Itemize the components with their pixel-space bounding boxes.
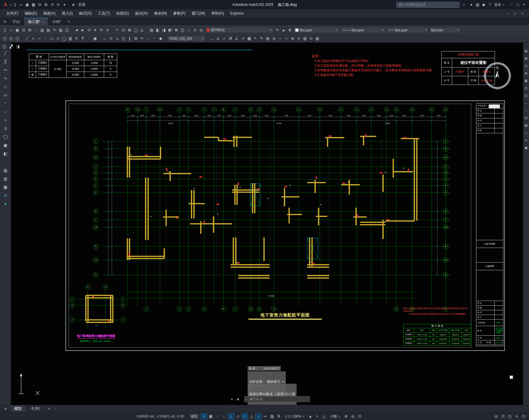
menu-item-10[interactable]: 窗口(W) [189, 9, 208, 18]
preview-icon[interactable]: ⊞ [27, 27, 33, 33]
zoom-window-icon[interactable]: ⊡ [120, 27, 126, 33]
tab-model[interactable]: 模型 [11, 405, 25, 412]
menu-item-5[interactable]: 工具(T) [95, 9, 113, 18]
new-layout-icon[interactable]: + [46, 406, 52, 412]
clean-screen-icon[interactable]: ◳ [507, 413, 513, 419]
style-icon[interactable]: ✎ [258, 35, 265, 42]
match-layer-icon[interactable]: ✎ [274, 27, 280, 33]
undo-ribbon-icon[interactable]: ↺ [86, 27, 92, 33]
lightbulb-icon[interactable]: ◎ [198, 27, 204, 33]
text-tool-icon[interactable]: A [2, 192, 9, 199]
text-icon[interactable]: A [73, 35, 80, 42]
open-file-icon[interactable]: ▱ [18, 2, 24, 8]
rectangle-tool-icon[interactable]: ▭ [2, 91, 9, 98]
undo-caret-icon[interactable]: ▾ [92, 27, 98, 33]
ellipse-tool-icon[interactable]: ◯ [2, 133, 9, 140]
batch-plot-icon[interactable]: ⊞ [43, 2, 49, 8]
id-point-icon[interactable]: ⊕ [289, 35, 296, 42]
table-icon[interactable]: ▦ [246, 35, 252, 42]
block-editor-icon[interactable]: ◫ [64, 27, 70, 33]
menu-item-2[interactable]: 视图(V) [40, 9, 59, 18]
linetype-combo[interactable]: ——— ByLayer ▾ [340, 27, 386, 33]
revcloud-tool-icon[interactable]: ≈ [2, 117, 9, 123]
arc-tool-icon[interactable]: ◜ [2, 100, 9, 107]
command-kbd-icon[interactable]: ▸ [246, 398, 247, 401]
redo-icon[interactable]: ↻ [55, 2, 61, 8]
extend-icon[interactable]: → [145, 35, 151, 42]
isodraft-icon[interactable]: ◇ [235, 413, 241, 419]
layer-walk-icon[interactable]: ◫ [179, 27, 186, 33]
layers-icon[interactable]: ▤ [265, 35, 271, 42]
paste-icon[interactable]: ▤ [45, 27, 51, 33]
copy-icon[interactable]: ▥ [39, 27, 45, 33]
view-br-icon[interactable]: ◳ [523, 93, 529, 98]
measure-tool-icon[interactable]: ≈ [283, 35, 289, 42]
hatch-panel-icon[interactable]: ▧ [523, 123, 529, 128]
pan-icon[interactable]: + [114, 27, 120, 33]
share-button[interactable]: ► 共享 [71, 2, 86, 8]
layer-state-mini-icon[interactable]: ▞ [8, 43, 14, 50]
drawing-area[interactable]: 029001/02600140001/157002260034600429005… [0, 43, 529, 405]
undo-icon[interactable]: ↺ [49, 2, 55, 8]
dim-diameter-icon[interactable]: Ø [227, 35, 234, 42]
circle-tool-icon[interactable]: ○ [2, 108, 9, 115]
menu-item-12[interactable]: Express [227, 9, 247, 18]
graphics-performance-icon[interactable]: ⊡ [500, 413, 506, 419]
leader-icon[interactable]: ↗ [240, 35, 246, 42]
save-ribbon-icon[interactable]: ▣ [14, 27, 20, 33]
move-icon[interactable]: ↔ [102, 35, 108, 42]
sun-icon[interactable]: ☼ [186, 27, 192, 33]
customize-command-icon[interactable]: ⊛ [235, 396, 241, 402]
layout-menu-icon[interactable]: ≡ [2, 406, 9, 412]
ortho-icon[interactable]: ∟ [221, 413, 227, 419]
layer-off-icon[interactable]: ◧ [155, 27, 161, 33]
search-icon[interactable]: ○ [461, 2, 467, 8]
explode-icon[interactable]: ◆ [157, 35, 164, 42]
transparency-icon[interactable]: ▨ [269, 413, 275, 419]
otrack-icon[interactable]: △ [249, 413, 255, 419]
snap-icon[interactable]: ▦ [208, 413, 214, 419]
units-combo[interactable]: 小数▾ [328, 413, 342, 419]
lineweight-icon[interactable]: ═ [262, 413, 268, 419]
tab-document[interactable]: 施工图* × [24, 18, 48, 25]
annotation-scale-icon[interactable]: △ [321, 413, 327, 419]
forward-icon[interactable]: ► [80, 27, 86, 33]
new-icon[interactable]: ▯ [2, 27, 8, 33]
print-icon[interactable]: ⊟ [37, 2, 43, 8]
insert-block-icon[interactable]: ▣ [2, 142, 9, 148]
account-icon[interactable]: ● [468, 2, 474, 8]
zoom-extents-icon[interactable]: ⊠ [126, 27, 133, 33]
signin-caret-icon[interactable]: ▾ [503, 3, 504, 6]
polar-icon[interactable]: ∠ [228, 413, 234, 419]
menu-item-0[interactable]: 文件(F) [3, 9, 21, 18]
arc-icon[interactable]: ◜ [42, 35, 49, 42]
array-icon[interactable]: ⊞ [133, 35, 139, 42]
workspace-icon[interactable]: ◰ [2, 35, 8, 42]
doc-close-button[interactable]: × [519, 11, 526, 16]
table-panel-icon[interactable]: ▦ [523, 78, 529, 83]
mleader-icon[interactable]: ↖ [252, 35, 258, 42]
block-icon[interactable]: ▣ [92, 35, 98, 42]
annotation-autoscale-icon[interactable]: + [314, 413, 320, 419]
osnap-icon[interactable]: ⊙ [242, 413, 248, 419]
rectangle-icon[interactable]: ▭ [49, 35, 55, 42]
open-icon[interactable]: ▱ [8, 27, 14, 33]
menu-hamburger-icon[interactable]: ≡ [2, 19, 8, 25]
diamond-tool-icon[interactable]: ◇ [523, 130, 529, 135]
table-tool-icon[interactable]: ▦ [2, 183, 9, 190]
close-command-icon[interactable]: × [229, 396, 235, 402]
hatch-tool-icon[interactable]: ▨ [2, 167, 9, 174]
signin-label[interactable]: 登录 [494, 2, 501, 7]
annotation-icon[interactable]: ▲ [280, 27, 287, 33]
osnap-settings-icon[interactable]: ⊙ [308, 35, 314, 42]
match-properties-icon[interactable]: ✎ [51, 27, 58, 33]
annotation-scale-combo[interactable]: 1:1 / 100%▾ [283, 413, 306, 419]
orbit-icon[interactable]: ◯ [133, 27, 139, 33]
workspace-switching-icon[interactable]: ⊛ [343, 413, 349, 419]
zoom-box-icon[interactable]: ⊡ [523, 115, 529, 121]
dim-aligned-icon[interactable]: ∠ [215, 35, 221, 42]
redo-ribbon-icon[interactable]: ↻ [98, 27, 104, 33]
menu-item-7[interactable]: 标注(N) [132, 9, 151, 18]
infer-icon[interactable]: ∴ [214, 413, 221, 419]
point-tool-icon[interactable]: · [2, 158, 9, 165]
